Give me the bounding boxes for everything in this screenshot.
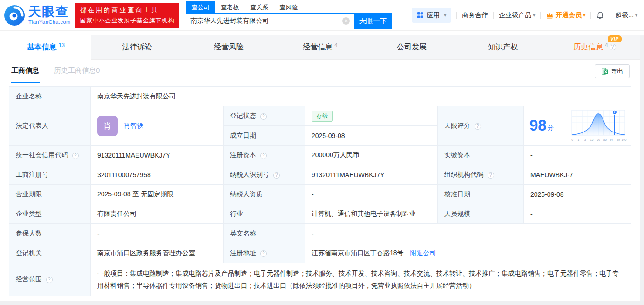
- table-row: 工商注册号 320111000757958 纳税人识别号 ? 91320111M…: [9, 165, 631, 185]
- nav-business-coop[interactable]: 商务合作: [462, 11, 488, 20]
- divider: [610, 12, 610, 19]
- search-tab-risk[interactable]: 查风险: [274, 1, 303, 13]
- chevron-down-icon: ▾: [635, 13, 637, 18]
- help-icon[interactable]: ?: [488, 172, 494, 179]
- help-icon[interactable]: ?: [46, 277, 53, 283]
- search-tab-company[interactable]: 查公司: [186, 1, 215, 13]
- status-badge: 存续: [312, 111, 333, 122]
- svg-text:50: 50: [597, 138, 600, 141]
- help-icon[interactable]: ?: [72, 152, 79, 159]
- chevron-down-icon: ▾: [583, 13, 585, 18]
- tab-basic-info[interactable]: 基本信息 13: [0, 35, 91, 60]
- svg-text:99: 99: [617, 138, 620, 141]
- table-row: 法定代表人 肖 肖智轶 登记状态 ? 存续 天眼评分 ?: [9, 106, 631, 126]
- notification-bell-icon[interactable]: [596, 11, 604, 20]
- label-paid-capital: 实缴资本: [438, 146, 524, 165]
- svg-text:1: 1: [577, 138, 579, 141]
- help-icon[interactable]: ?: [273, 172, 280, 179]
- score-value: 98分: [529, 117, 554, 134]
- label-business-scope: 经营范围 ?: [9, 263, 91, 296]
- subtab-business-info[interactable]: 工商信息: [11, 60, 40, 83]
- label-reg-status: 登记状态 ?: [224, 106, 305, 126]
- brand-name: 天眼查: [28, 6, 71, 18]
- value-reg-number: 320111000757958: [91, 165, 224, 185]
- table-row: 登记机关 南京市浦口区政务服务管理办公室 注册地址 ? 江苏省南京市浦口区丁香路…: [9, 243, 631, 263]
- label-taxpayer-quality: 纳税人资质: [224, 185, 305, 204]
- tab-legal-proceedings[interactable]: 法律诉讼: [91, 35, 183, 59]
- legal-rep-avatar[interactable]: 肖: [97, 116, 118, 136]
- label-company-type: 企业类型: [9, 204, 91, 224]
- table-row: 经营范围 ? 一般项目：集成电路制造；集成电路芯片及产品制造；电子元器件制造；技…: [9, 263, 631, 296]
- apps-menu[interactable]: 应用 ▾: [412, 8, 451, 23]
- table-row: 参保人数 - 英文名称 -: [9, 224, 631, 243]
- table-row: 企业类型 有限责任公司 行业 计算机、通信和其他电子设备制造业 人员规模 -: [9, 204, 631, 224]
- help-icon[interactable]: ?: [610, 44, 616, 50]
- value-credit-code: 91320111MAEUWBKJ7Y: [91, 146, 224, 165]
- label-legal-rep: 法定代表人: [9, 106, 91, 146]
- label-reg-address: 注册地址 ?: [224, 243, 305, 263]
- value-staff-size: -: [524, 204, 631, 224]
- apps-label: 应用: [427, 11, 440, 20]
- svg-text:15: 15: [590, 138, 594, 141]
- nav-open-vip[interactable]: 开通会员 ▾: [546, 11, 585, 20]
- value-taxpayer-quality: -: [305, 185, 438, 204]
- search-input[interactable]: [190, 17, 342, 25]
- label-industry: 行业: [224, 204, 305, 224]
- value-establish-date: 2025-09-08: [305, 126, 438, 146]
- value-reg-address: 江苏省南京市浦口区丁香路18号 附近公司: [305, 243, 631, 263]
- value-taxpayer-id: 91320111MAEUWBKJ7Y: [305, 165, 438, 185]
- divider: [456, 12, 457, 19]
- value-company-name: 南京华天先进封装有限公司: [91, 87, 631, 106]
- label-english-name: 英文名称: [224, 224, 305, 243]
- help-icon[interactable]: ?: [260, 113, 267, 120]
- tab-company-development[interactable]: 公司发展: [366, 35, 457, 59]
- tab-history-info[interactable]: 历史信息 4 ? VIP: [549, 35, 640, 59]
- label-business-term: 营业期限: [9, 185, 91, 204]
- section-tabs: 基本信息 13 法律诉讼 经营风险 经营信息 4 公司发展 知识产权 历史信息 …: [0, 35, 640, 60]
- value-reg-status: 存续: [305, 106, 438, 126]
- nearby-companies-link[interactable]: 附近公司: [410, 249, 436, 256]
- tab-operating-info[interactable]: 经营信息 4: [274, 35, 366, 59]
- brand-domain: TianYanCha.com: [28, 20, 71, 25]
- value-org-code: MAEUWBKJ-7: [524, 165, 631, 185]
- search-box: ✕: [186, 13, 354, 29]
- value-business-scope: 一般项目：集成电路制造；集成电路芯片及产品制造；电子元器件制造；技术服务、技术开…: [91, 263, 631, 296]
- search-button[interactable]: 天眼一下: [354, 13, 392, 29]
- label-org-code: 组织机构代码 ?: [438, 165, 524, 185]
- value-insured-count: -: [91, 224, 224, 243]
- search-tab-boss[interactable]: 查老板: [215, 1, 244, 13]
- search-tabs: 查公司 查老板 查关系 查风险: [186, 1, 392, 13]
- svg-text:85: 85: [603, 138, 607, 141]
- score-distribution-chart: 0 1 3 15 50 85 97 99 100: [569, 108, 627, 144]
- promo-line1: 都在用的商业查询工具: [80, 6, 175, 14]
- vertical-scrollbar[interactable]: [640, 36, 644, 305]
- label-reg-capital: 注册资本 ?: [224, 146, 305, 165]
- value-english-name: -: [305, 224, 631, 243]
- value-paid-capital: -: [524, 146, 631, 165]
- value-legal-rep: 肖 肖智轶: [91, 106, 224, 146]
- label-establish-date: 成立日期: [224, 126, 305, 146]
- legal-rep-link[interactable]: 肖智轶: [124, 122, 143, 130]
- label-company-name: 企业名称: [9, 87, 91, 106]
- help-icon[interactable]: ?: [260, 152, 267, 159]
- divider: [590, 12, 591, 19]
- horizontal-scrollbar[interactable]: [0, 301, 644, 305]
- nav-enterprise-products[interactable]: 企业级产品 ▾: [499, 11, 535, 20]
- apps-grid-icon: [417, 12, 424, 19]
- tab-operating-risk[interactable]: 经营风险: [183, 35, 274, 59]
- value-approval-date: 2025-09-08: [524, 185, 631, 204]
- clear-search-icon[interactable]: ✕: [342, 17, 350, 25]
- tianyancha-logo[interactable]: 天眼查 TianYanCha.com: [4, 5, 71, 26]
- promo-banner: 都在用的商业查询工具 国家中小企业发展子基金旗下机构: [75, 3, 179, 28]
- nav-super-vip[interactable]: 超级... ▾: [615, 11, 637, 20]
- help-icon[interactable]: ?: [475, 123, 481, 130]
- tab-intellectual-property[interactable]: 知识产权: [457, 35, 549, 59]
- spacer: [0, 31, 644, 35]
- search-tab-relation[interactable]: 查关系: [244, 1, 274, 13]
- help-icon[interactable]: ?: [260, 250, 267, 257]
- promo-line2: 国家中小企业发展子基金旗下机构: [80, 17, 175, 25]
- export-button[interactable]: 导出: [595, 64, 630, 78]
- chevron-down-icon: ▾: [533, 13, 535, 18]
- svg-text:97: 97: [610, 138, 614, 141]
- subtab-history-business-info[interactable]: 历史工商信息0: [54, 60, 100, 83]
